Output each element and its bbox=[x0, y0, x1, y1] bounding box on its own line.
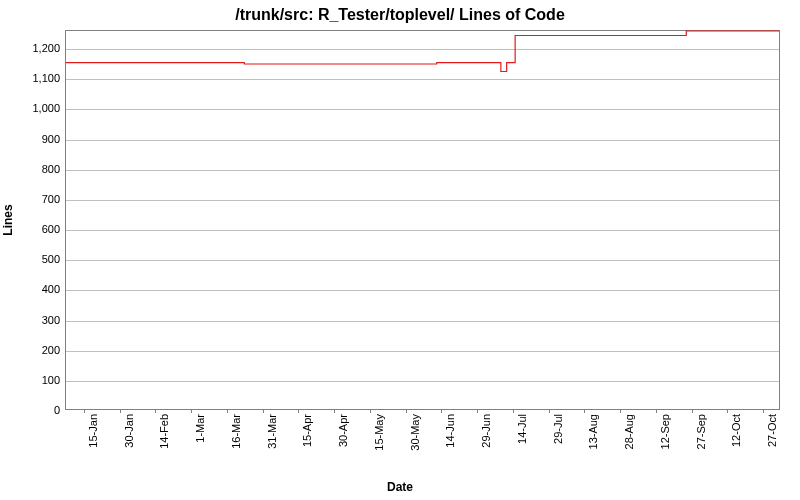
x-tick-mark bbox=[155, 409, 156, 413]
y-tick-label: 0 bbox=[5, 404, 60, 416]
x-tick-mark bbox=[727, 409, 728, 413]
x-tick-mark bbox=[227, 409, 228, 413]
y-tick-label: 100 bbox=[5, 374, 60, 386]
x-tick-label: 15-Jan bbox=[87, 414, 99, 448]
x-tick-label: 27-Oct bbox=[766, 414, 778, 447]
x-tick-mark bbox=[656, 409, 657, 413]
y-tick-label: 600 bbox=[5, 223, 60, 235]
x-tick-label: 28-Aug bbox=[623, 414, 635, 449]
x-tick-mark bbox=[334, 409, 335, 413]
x-tick-label: 15-Apr bbox=[301, 414, 313, 447]
x-tick-label: 13-Aug bbox=[587, 414, 599, 449]
x-tick-label: 30-Apr bbox=[337, 414, 349, 447]
chart-container: /trunk/src: R_Tester/toplevel/ Lines of … bbox=[0, 0, 800, 500]
x-tick-mark bbox=[120, 409, 121, 413]
x-tick-mark bbox=[620, 409, 621, 413]
x-tick-label: 27-Sep bbox=[695, 414, 707, 449]
x-tick-label: 12-Oct bbox=[730, 414, 742, 447]
y-tick-label: 1,200 bbox=[5, 42, 60, 54]
x-tick-label: 14-Jun bbox=[444, 414, 456, 448]
y-tick-label: 500 bbox=[5, 253, 60, 265]
x-tick-mark bbox=[191, 409, 192, 413]
y-tick-label: 900 bbox=[5, 133, 60, 145]
x-tick-mark bbox=[549, 409, 550, 413]
x-tick-mark bbox=[513, 409, 514, 413]
x-tick-label: 16-Mar bbox=[230, 414, 242, 449]
y-tick-label: 300 bbox=[5, 314, 60, 326]
x-tick-label: 14-Jul bbox=[516, 414, 528, 444]
x-tick-label: 29-Jul bbox=[552, 414, 564, 444]
y-tick-label: 700 bbox=[5, 193, 60, 205]
data-line bbox=[66, 31, 779, 409]
x-tick-mark bbox=[441, 409, 442, 413]
x-tick-label: 31-Mar bbox=[266, 414, 278, 449]
x-tick-label: 15-May bbox=[373, 414, 385, 451]
x-tick-mark bbox=[370, 409, 371, 413]
y-tick-label: 400 bbox=[5, 283, 60, 295]
y-tick-label: 1,100 bbox=[5, 72, 60, 84]
x-tick-label: 30-Jan bbox=[123, 414, 135, 448]
y-tick-label: 800 bbox=[5, 163, 60, 175]
y-tick-label: 1,000 bbox=[5, 102, 60, 114]
x-tick-label: 30-May bbox=[409, 414, 421, 451]
x-tick-mark bbox=[692, 409, 693, 413]
x-tick-mark bbox=[406, 409, 407, 413]
y-tick-label: 200 bbox=[5, 344, 60, 356]
x-tick-label: 12-Sep bbox=[659, 414, 671, 449]
plot-area bbox=[65, 30, 780, 410]
x-tick-mark bbox=[298, 409, 299, 413]
x-tick-mark bbox=[477, 409, 478, 413]
x-tick-mark bbox=[763, 409, 764, 413]
chart-title: /trunk/src: R_Tester/toplevel/ Lines of … bbox=[0, 6, 800, 24]
x-tick-label: 1-Mar bbox=[194, 414, 206, 443]
x-tick-label: 29-Jun bbox=[480, 414, 492, 448]
x-axis-label: Date bbox=[0, 480, 800, 494]
x-tick-label: 14-Feb bbox=[158, 414, 170, 449]
x-tick-mark bbox=[84, 409, 85, 413]
x-tick-mark bbox=[584, 409, 585, 413]
x-tick-mark bbox=[263, 409, 264, 413]
